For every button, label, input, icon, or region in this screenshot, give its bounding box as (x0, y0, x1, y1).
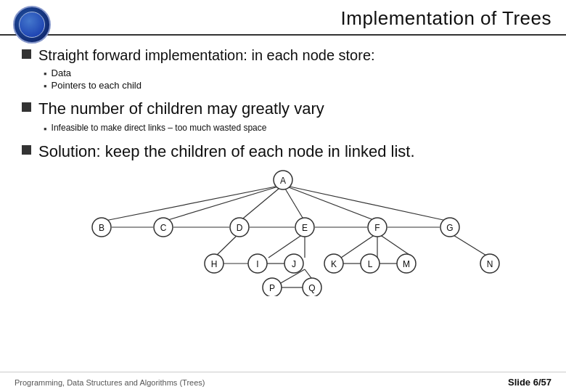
sub-bullet-1-1: ▪ Data (44, 68, 544, 79)
svg-line-4 (283, 185, 377, 221)
label-C: C (160, 223, 167, 233)
svg-line-7 (268, 233, 305, 258)
main-bullet-1: Straight forward implementation: in each… (22, 46, 544, 65)
bullet-square-3 (22, 145, 31, 155)
sub-bullet-text-1-1: Data (52, 68, 71, 78)
sub-bullet-marker-2: ▪ (44, 81, 47, 91)
page-title: Implementation of Trees (341, 7, 551, 30)
footer: Programming, Data Structures and Algorit… (0, 372, 566, 392)
svg-line-1 (163, 185, 283, 221)
svg-line-3 (283, 185, 305, 221)
main-bullet-text-3: Solution: keep the children of each node… (38, 142, 415, 163)
label-I: I (256, 259, 258, 269)
label-P: P (269, 283, 275, 293)
svg-line-6 (214, 233, 239, 258)
sub-bullets-1: ▪ Data ▪ Pointers to each child (44, 68, 544, 91)
sub-bullet-marker-3: ▪ (44, 123, 47, 134)
bullet-section-2: The number of children may greatly vary … (22, 99, 544, 134)
header: Implementation of Trees (0, 0, 566, 36)
logo (13, 6, 51, 44)
main-content: Straight forward implementation: in each… (0, 36, 566, 303)
bullet-square-1 (22, 49, 31, 59)
svg-line-12 (450, 233, 490, 258)
label-N: N (487, 259, 493, 269)
label-L: L (368, 259, 373, 269)
sub-bullet-1-2: ▪ Pointers to each child (44, 80, 544, 91)
sub-bullet-2-1: ▪ Infeasible to make direct links – too … (44, 123, 544, 134)
sub-bullet-text-2-1: Infeasible to make direct links – too mu… (52, 123, 267, 133)
main-bullet-3: Solution: keep the children of each node… (22, 142, 544, 163)
tree-svg: A B C D E F G H I J K (36, 169, 530, 296)
footer-right: Slide 6/57 (508, 377, 551, 388)
tree-diagram: A B C D E F G H I J K (22, 169, 544, 296)
label-D: D (237, 223, 243, 233)
label-B: B (99, 223, 104, 233)
label-G: G (446, 223, 453, 233)
sub-bullets-2: ▪ Infeasible to make direct links – too … (44, 123, 544, 134)
logo-circle (13, 6, 51, 44)
label-E: E (302, 223, 308, 233)
svg-line-2 (239, 185, 283, 221)
label-J: J (292, 259, 296, 269)
label-H: H (211, 259, 218, 269)
label-Q: Q (308, 283, 315, 293)
main-bullet-text-1: Straight forward implementation: in each… (38, 46, 375, 65)
label-F: F (374, 223, 380, 233)
bullet-section-3: Solution: keep the children of each node… (22, 142, 544, 163)
bullet-section-1: Straight forward implementation: in each… (22, 46, 544, 91)
bullet-square-2 (22, 102, 31, 112)
label-M: M (403, 259, 410, 269)
main-bullet-2: The number of children may greatly vary (22, 99, 544, 120)
logo-inner (19, 12, 45, 38)
label-K: K (331, 259, 337, 269)
footer-left: Programming, Data Structures and Algorit… (15, 378, 205, 387)
svg-line-5 (283, 185, 450, 221)
svg-line-0 (102, 185, 283, 221)
main-bullet-text-2: The number of children may greatly vary (38, 99, 324, 120)
sub-bullet-text-1-2: Pointers to each child (52, 80, 142, 91)
sub-bullet-marker: ▪ (44, 68, 47, 79)
label-A: A (280, 176, 286, 186)
